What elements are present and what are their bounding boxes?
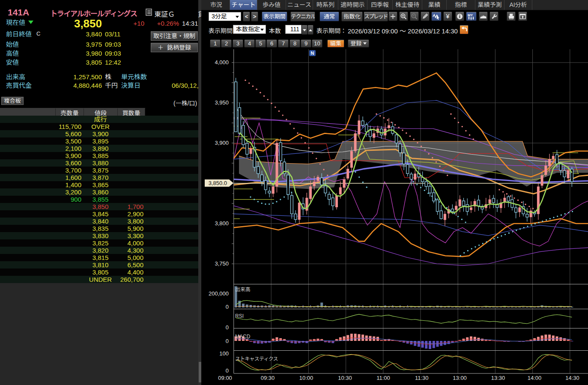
svg-text:N: N <box>311 51 314 56</box>
svg-text:11:30: 11:30 <box>415 375 429 381</box>
svg-text:10:00: 10:00 <box>299 375 313 381</box>
svg-text:14:30: 14:30 <box>565 375 579 381</box>
svg-text:3,900: 3,900 <box>215 140 229 146</box>
svg-text:MACD: MACD <box>235 334 251 340</box>
svg-text:09:00: 09:00 <box>218 375 232 381</box>
svg-text:11:00: 11:00 <box>376 375 390 381</box>
svg-text:13:30: 13:30 <box>491 375 505 381</box>
svg-text:RSI: RSI <box>235 313 244 319</box>
svg-text:10:30: 10:30 <box>338 375 352 381</box>
svg-text:3,750: 3,750 <box>215 260 229 267</box>
svg-text:0: 0 <box>226 367 229 374</box>
svg-text:0: 0 <box>226 324 229 331</box>
svg-text:3,800: 3,800 <box>215 220 229 227</box>
svg-text:ストキャスティクス: ストキャスティクス <box>235 355 278 362</box>
svg-text:出来高: 出来高 <box>235 285 251 292</box>
svg-text:4,000: 4,000 <box>215 59 229 66</box>
svg-text:0: 0 <box>226 338 229 344</box>
svg-text:3,850.0: 3,850.0 <box>209 180 227 186</box>
svg-text:09:30: 09:30 <box>261 375 275 381</box>
svg-text:100: 100 <box>219 350 229 357</box>
svg-text:200,000: 200,000 <box>209 290 229 297</box>
svg-text:MY: MY <box>468 13 473 17</box>
svg-text:3,950: 3,950 <box>215 99 229 106</box>
svg-text:0: 0 <box>226 304 229 310</box>
svg-text:13:00: 13:00 <box>453 375 467 381</box>
svg-text:14:00: 14:00 <box>528 375 542 381</box>
